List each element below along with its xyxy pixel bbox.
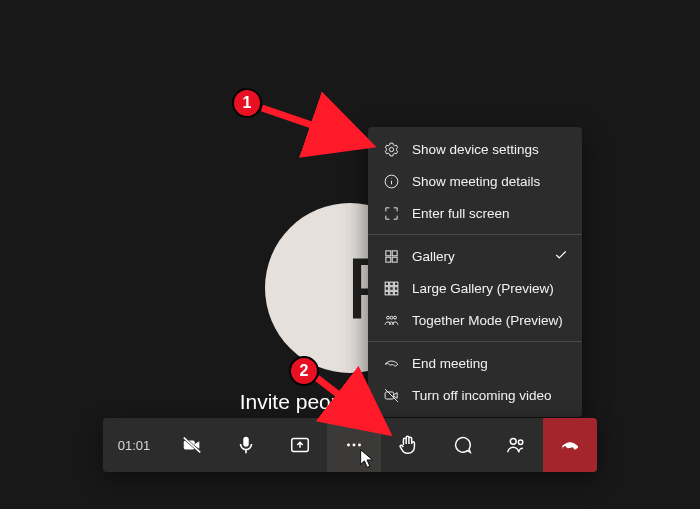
menu-label: Show device settings bbox=[412, 142, 568, 157]
svg-point-28 bbox=[353, 444, 356, 447]
hangup-button[interactable] bbox=[543, 418, 597, 472]
svg-point-19 bbox=[393, 316, 396, 319]
menu-separator bbox=[368, 234, 582, 235]
menu-item-end-meeting[interactable]: End meeting bbox=[368, 347, 582, 379]
annotation-badge-1: 1 bbox=[232, 88, 262, 118]
annotation-badge-2: 2 bbox=[289, 356, 319, 386]
hangup-icon bbox=[559, 434, 581, 456]
menu-label: Large Gallery (Preview) bbox=[412, 281, 568, 296]
svg-rect-15 bbox=[389, 291, 393, 295]
svg-point-30 bbox=[510, 438, 516, 444]
info-icon bbox=[382, 172, 400, 190]
menu-label: Enter full screen bbox=[412, 206, 568, 221]
fullscreen-icon bbox=[382, 204, 400, 222]
svg-rect-25 bbox=[243, 437, 249, 447]
menu-item-together-mode[interactable]: Together Mode (Preview) bbox=[368, 304, 582, 336]
menu-label: Gallery bbox=[412, 249, 542, 264]
svg-rect-10 bbox=[394, 282, 398, 286]
more-actions-menu: Show device settings Show meeting detail… bbox=[368, 127, 582, 417]
svg-point-27 bbox=[347, 444, 350, 447]
gallery-icon bbox=[382, 247, 400, 265]
svg-rect-7 bbox=[392, 257, 397, 262]
check-icon bbox=[554, 248, 568, 265]
svg-point-31 bbox=[518, 440, 522, 444]
svg-point-18 bbox=[390, 316, 393, 319]
menu-separator bbox=[368, 341, 582, 342]
menu-label: End meeting bbox=[412, 356, 568, 371]
svg-rect-13 bbox=[394, 286, 398, 290]
menu-label: Turn off incoming video bbox=[412, 388, 568, 403]
participants-button[interactable] bbox=[489, 418, 543, 472]
menu-item-gallery[interactable]: Gallery bbox=[368, 240, 582, 272]
svg-rect-12 bbox=[389, 286, 393, 290]
mic-button[interactable] bbox=[219, 418, 273, 472]
svg-point-29 bbox=[358, 444, 361, 447]
svg-rect-6 bbox=[385, 257, 390, 262]
raise-hand-icon bbox=[397, 434, 419, 456]
svg-rect-9 bbox=[389, 282, 393, 286]
svg-rect-5 bbox=[392, 250, 397, 255]
svg-rect-11 bbox=[385, 286, 389, 290]
svg-rect-8 bbox=[385, 282, 389, 286]
camera-button[interactable] bbox=[165, 418, 219, 472]
menu-label: Together Mode (Preview) bbox=[412, 313, 568, 328]
camera-off-icon bbox=[181, 434, 203, 456]
share-button[interactable] bbox=[273, 418, 327, 472]
menu-item-fullscreen[interactable]: Enter full screen bbox=[368, 197, 582, 229]
menu-item-device-settings[interactable]: Show device settings bbox=[368, 133, 582, 165]
svg-point-0 bbox=[389, 147, 393, 151]
meeting-toolbar: 01:01 bbox=[103, 418, 597, 472]
chat-icon bbox=[451, 434, 473, 456]
svg-rect-16 bbox=[394, 291, 398, 295]
svg-rect-14 bbox=[385, 291, 389, 295]
raise-hand-button[interactable] bbox=[381, 418, 435, 472]
gear-icon bbox=[382, 140, 400, 158]
svg-line-21 bbox=[385, 389, 398, 402]
mic-icon bbox=[235, 434, 257, 456]
svg-line-32 bbox=[262, 108, 370, 145]
call-timer: 01:01 bbox=[103, 418, 165, 472]
menu-item-large-gallery[interactable]: Large Gallery (Preview) bbox=[368, 272, 582, 304]
ellipsis-icon bbox=[343, 434, 365, 456]
svg-point-17 bbox=[386, 316, 389, 319]
large-gallery-icon bbox=[382, 279, 400, 297]
chat-button[interactable] bbox=[435, 418, 489, 472]
menu-item-meeting-details[interactable]: Show meeting details bbox=[368, 165, 582, 197]
end-call-icon bbox=[382, 354, 400, 372]
svg-point-3 bbox=[391, 178, 392, 179]
people-icon bbox=[505, 434, 527, 456]
menu-item-turn-off-video[interactable]: Turn off incoming video bbox=[368, 379, 582, 411]
menu-label: Show meeting details bbox=[412, 174, 568, 189]
svg-rect-4 bbox=[385, 250, 390, 255]
more-actions-button[interactable] bbox=[327, 418, 381, 472]
meeting-stage: P Invite people to join you Show device … bbox=[0, 0, 700, 509]
together-mode-icon bbox=[382, 311, 400, 329]
video-off-icon bbox=[382, 386, 400, 404]
share-screen-icon bbox=[289, 434, 311, 456]
